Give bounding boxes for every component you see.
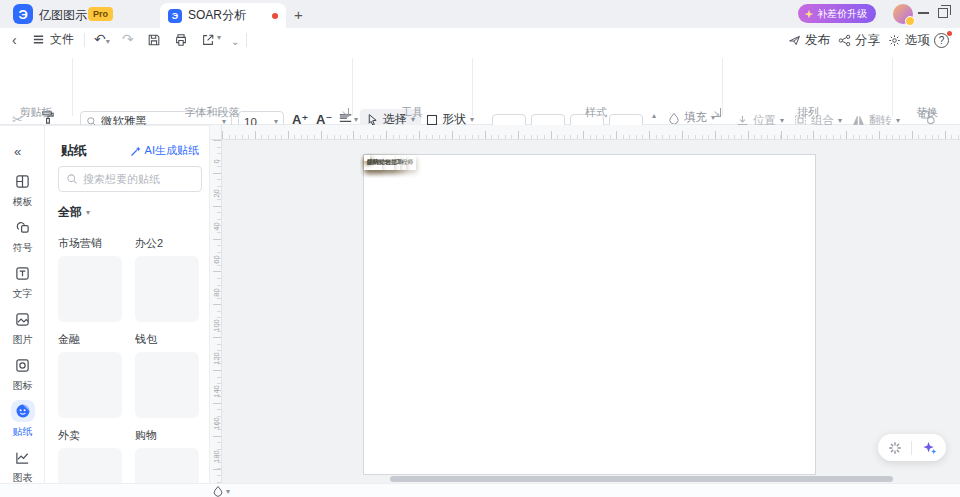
export-button[interactable]: ▾: [201, 33, 221, 47]
color-swatch[interactable]: [313, 485, 322, 496]
sticker-thumb[interactable]: [162, 283, 174, 295]
sidebar-item-stickers[interactable]: 贴纸: [0, 400, 45, 444]
color-swatch[interactable]: [786, 485, 795, 496]
color-swatch[interactable]: [368, 485, 377, 496]
color-swatch[interactable]: [401, 485, 410, 496]
color-swatch[interactable]: [489, 485, 498, 496]
sticker-thumb[interactable]: [162, 379, 174, 391]
redo-button[interactable]: ↷: [122, 31, 134, 47]
color-swatch[interactable]: [819, 485, 828, 496]
print-button[interactable]: [174, 33, 188, 47]
document-tab[interactable]: Э SOAR分析: [160, 3, 286, 28]
color-swatch[interactable]: [929, 485, 938, 496]
color-swatch[interactable]: [456, 485, 465, 496]
color-swatch[interactable]: [269, 485, 278, 496]
color-swatch[interactable]: [918, 485, 927, 496]
color-swatch[interactable]: [797, 485, 806, 496]
sticker-thumb[interactable]: [181, 283, 193, 295]
color-swatch[interactable]: [379, 485, 388, 496]
upgrade-button[interactable]: 补差价升级: [798, 4, 876, 23]
color-swatch[interactable]: [599, 485, 608, 496]
undo-button[interactable]: ↶▾: [94, 31, 110, 47]
sticker-pack-card[interactable]: [58, 256, 122, 322]
color-swatch[interactable]: [236, 485, 245, 496]
color-swatch[interactable]: [753, 485, 762, 496]
sticker-thumb[interactable]: [162, 398, 174, 410]
sticker-pack-card[interactable]: [58, 352, 122, 418]
color-swatch[interactable]: [841, 485, 850, 496]
ai-loading-icon[interactable]: [888, 441, 902, 455]
sticker-thumb[interactable]: [104, 398, 116, 410]
options-button[interactable]: 选项: [888, 32, 930, 49]
color-swatch[interactable]: [533, 485, 542, 496]
color-swatch[interactable]: [445, 485, 454, 496]
share-button[interactable]: 分享: [838, 32, 880, 49]
sticker-thumb[interactable]: [181, 456, 193, 468]
color-swatch[interactable]: [643, 485, 652, 496]
color-swatch[interactable]: [720, 485, 729, 496]
color-swatch[interactable]: [577, 485, 586, 496]
horizontal-scrollbar[interactable]: [390, 476, 893, 482]
sticker-thumb[interactable]: [85, 360, 97, 372]
sticker-thumb[interactable]: [85, 264, 97, 276]
color-swatch[interactable]: [632, 485, 641, 496]
soar-quadrant[interactable]: 结果: [591, 316, 807, 466]
color-swatch[interactable]: [896, 485, 905, 496]
color-swatch[interactable]: [588, 485, 597, 496]
sticker-thumb[interactable]: [162, 456, 174, 468]
sidebar-item-image[interactable]: 图片: [0, 308, 45, 352]
sticker-thumb[interactable]: [104, 283, 116, 295]
publish-button[interactable]: 发布: [788, 32, 830, 49]
sticker-thumb[interactable]: [181, 398, 193, 410]
new-tab-button[interactable]: +: [294, 6, 303, 23]
sticker-thumb[interactable]: [181, 379, 193, 391]
color-swatch[interactable]: [907, 485, 916, 496]
sticker-thumb[interactable]: [66, 379, 78, 391]
color-swatch[interactable]: [423, 485, 432, 496]
sticker-thumb[interactable]: [162, 302, 174, 314]
ai-generate-sticker-button[interactable]: AI生成贴纸: [130, 143, 199, 158]
help-button[interactable]: ?: [934, 33, 949, 48]
sidebar-item-text[interactable]: 文字: [0, 262, 45, 306]
color-swatch[interactable]: [687, 485, 696, 496]
sidebar-item-template[interactable]: 模板: [0, 170, 45, 214]
soar-quadrant[interactable]: 优势: [372, 163, 588, 313]
color-swatch[interactable]: [731, 485, 740, 496]
color-swatch[interactable]: [621, 485, 630, 496]
sticker-thumb[interactable]: [143, 302, 155, 314]
sticker-thumb[interactable]: [66, 264, 78, 276]
color-swatch[interactable]: [654, 485, 663, 496]
sticker-thumb[interactable]: [181, 360, 193, 372]
sticker-thumb[interactable]: [85, 398, 97, 410]
color-swatch[interactable]: [610, 485, 619, 496]
sticker-thumb[interactable]: [104, 264, 116, 276]
soar-quadrant[interactable]: 机会: [591, 163, 807, 313]
sticker-thumb[interactable]: [85, 456, 97, 468]
sticker-pack-card[interactable]: [135, 256, 199, 322]
sticker-thumb[interactable]: [181, 264, 193, 276]
canvas-area[interactable]: 020406080100120140160180200 优势 机会 渴望: [210, 125, 960, 483]
color-swatch[interactable]: [302, 485, 311, 496]
color-swatch[interactable]: [885, 485, 894, 496]
sticker-search-box[interactable]: [58, 166, 202, 192]
avatar[interactable]: [893, 4, 913, 24]
sidebar-item-icons[interactable]: 图标: [0, 354, 45, 398]
color-swatch[interactable]: [775, 485, 784, 496]
color-swatch[interactable]: [500, 485, 509, 496]
sticker-thumb[interactable]: [85, 283, 97, 295]
sticker-thumb[interactable]: [66, 456, 78, 468]
color-swatch[interactable]: [544, 485, 553, 496]
sticker-thumb[interactable]: [66, 283, 78, 295]
back-button[interactable]: ‹: [12, 32, 17, 48]
color-swatch[interactable]: [874, 485, 883, 496]
color-swatch[interactable]: [357, 485, 366, 496]
color-swatch[interactable]: [555, 485, 564, 496]
soar-quadrant[interactable]: 渴望: [372, 316, 588, 466]
color-swatch[interactable]: [335, 485, 344, 496]
save-button[interactable]: [147, 33, 161, 47]
sticker-thumb[interactable]: [143, 456, 155, 468]
sticker-pack-card[interactable]: [135, 352, 199, 418]
sticker-thumb[interactable]: [143, 264, 155, 276]
color-swatch[interactable]: [412, 485, 421, 496]
sticker-thumb[interactable]: [66, 360, 78, 372]
